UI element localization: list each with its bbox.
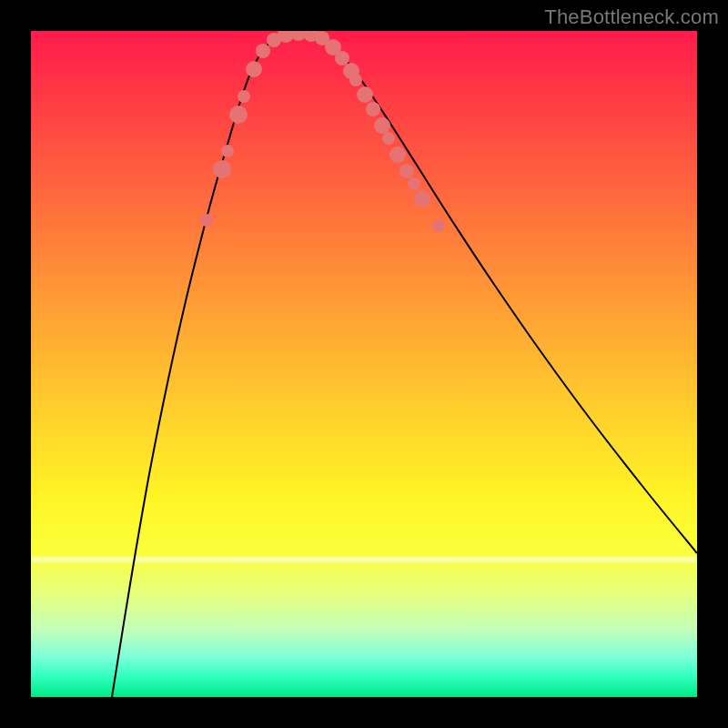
marker-dot [408,177,420,190]
marker-dot [335,51,349,66]
marker-dot [200,214,213,227]
marker-dot [432,219,445,232]
marker-dot [374,117,390,134]
marker-dot [366,102,380,116]
chart-svg [31,31,697,697]
marker-dot [238,90,250,103]
marker-dots [200,31,445,232]
marker-dot [213,160,231,178]
plot-area [31,31,697,697]
marker-dot [399,164,414,178]
marker-dot [357,86,373,103]
curve-path [112,34,697,697]
marker-dot [256,44,270,58]
bottleneck-curve [112,34,697,697]
chart-frame: TheBottleneck.com [0,0,728,728]
marker-dot [229,106,248,124]
marker-dot [382,132,395,145]
watermark-text: TheBottleneck.com [544,5,719,29]
marker-dot [349,74,362,86]
marker-dot [389,147,406,163]
marker-dot [221,145,234,157]
marker-dot [414,190,430,207]
marker-dot [246,61,262,77]
